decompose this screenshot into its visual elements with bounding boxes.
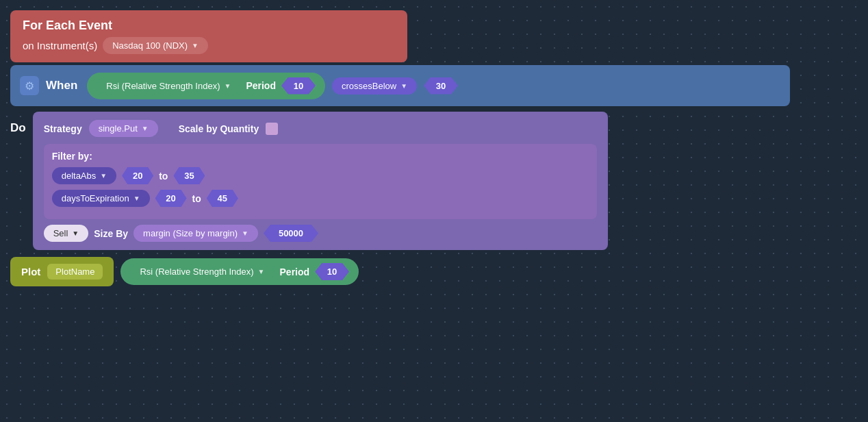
filter1-min-value[interactable]: 20 — [122, 167, 153, 184]
do-section: Do Strategy single.Put Scale by Quantity… — [10, 112, 858, 250]
plot-period-label: Period — [280, 266, 310, 277]
filter-section: Filter by: deltaAbs 20 to 35 daysToExpir… — [44, 144, 597, 219]
plot-indicator-block: Rsi (Relative Strength Index) Period 10 — [120, 258, 359, 285]
amount-value[interactable]: 50000 — [264, 225, 318, 242]
filter-row-2: daysToExpiration 20 to 45 — [52, 190, 589, 207]
gear-icon[interactable]: ⚙ — [20, 76, 39, 95]
strategy-dropdown[interactable]: single.Put — [89, 120, 158, 137]
filter-row-1: deltaAbs 20 to 35 — [52, 167, 589, 184]
filter2-min-value[interactable]: 20 — [155, 190, 187, 207]
scale-label: Scale by Quantity — [179, 123, 259, 134]
scale-checkbox[interactable] — [266, 123, 278, 135]
sell-dropdown[interactable]: Sell ▼ — [44, 225, 89, 242]
plot-indicator-dropdown[interactable]: Rsi (Relative Strength Index) — [130, 263, 274, 280]
filter1-max-value[interactable]: 35 — [173, 167, 205, 184]
filter2-field-dropdown[interactable]: daysToExpiration — [52, 190, 150, 207]
do-block: Strategy single.Put Scale by Quantity Fi… — [33, 112, 608, 250]
when-indicator-dropdown[interactable]: Rsi (Relative Strength Index) — [97, 77, 240, 95]
plot-section: Plot PlotName Rsi (Relative Strength Ind… — [10, 257, 858, 286]
when-threshold-value[interactable]: 30 — [424, 77, 458, 95]
do-label: Do — [10, 121, 26, 135]
sell-row: Sell ▼ Size By margin (Size by margin) 5… — [44, 225, 597, 242]
when-label: When — [46, 79, 77, 92]
when-period-label: Period — [246, 80, 276, 91]
for-each-title: For Each Event — [23, 18, 395, 33]
filter1-to-label: to — [159, 171, 168, 182]
filter2-max-value[interactable]: 45 — [207, 190, 238, 207]
plot-label: Plot — [21, 266, 40, 277]
for-each-block: For Each Event on Instrument(s) Nasdaq 1… — [10, 10, 407, 62]
margin-dropdown[interactable]: margin (Size by margin) — [133, 225, 258, 242]
when-indicator-block: Rsi (Relative Strength Index) Period 10 — [87, 73, 325, 99]
instrument-label: on Instrument(s) — [23, 40, 97, 51]
filter1-field-dropdown[interactable]: deltaAbs — [52, 167, 117, 184]
size-by-label: Size By — [94, 228, 128, 239]
instrument-dropdown[interactable]: Nasdaq 100 (NDX) — [103, 37, 208, 54]
plot-period-value[interactable]: 10 — [315, 263, 349, 280]
crosses-below-dropdown[interactable]: crossesBelow — [332, 77, 417, 95]
when-block: ⚙ When Rsi (Relative Strength Index) Per… — [10, 65, 790, 106]
plot-block: Plot PlotName — [10, 257, 114, 286]
strategy-row: Strategy single.Put Scale by Quantity — [44, 120, 597, 137]
filter-label: Filter by: — [52, 151, 589, 162]
filter2-to-label: to — [192, 193, 201, 204]
when-period-value[interactable]: 10 — [281, 77, 316, 95]
strategy-label: Strategy — [44, 123, 82, 134]
plot-name-box[interactable]: PlotName — [47, 264, 103, 280]
